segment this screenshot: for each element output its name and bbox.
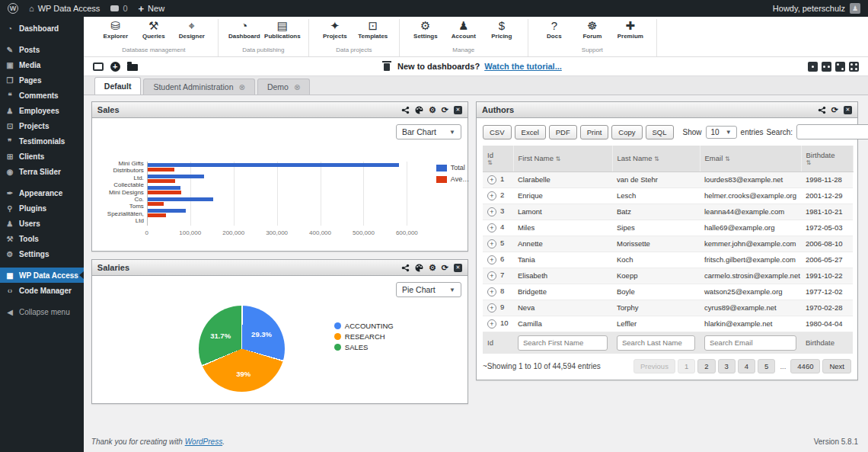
- expand-row-button[interactable]: +: [487, 271, 496, 280]
- column-header-last-name[interactable]: Last Name ⇅: [612, 146, 700, 172]
- new-content-menu[interactable]: + New: [139, 4, 165, 14]
- ribbon-button-pricing[interactable]: $Pricing: [485, 19, 519, 40]
- expand-row-button[interactable]: +: [487, 287, 496, 297]
- sidebar-item-pages[interactable]: ❐Pages: [0, 72, 84, 88]
- sidebar-item-dashboard[interactable]: ◔Dashboard: [0, 21, 84, 36]
- sidebar-item-tools[interactable]: ⚒Tools: [0, 231, 84, 246]
- site-name-menu[interactable]: ⌂ WP Data Access: [29, 4, 100, 13]
- excel-export-button[interactable]: Excel: [515, 125, 546, 139]
- page-button-4460[interactable]: 4460: [790, 359, 820, 373]
- wordpress-logo-icon[interactable]: W: [8, 3, 18, 14]
- new-dashboard-icon[interactable]: [93, 63, 104, 71]
- sidebar-item-testimonials[interactable]: ❞Testimonials: [0, 133, 84, 149]
- sidebar-item-code-manager[interactable]: ‹›Code Manager: [0, 283, 84, 298]
- page-button-4[interactable]: 4: [738, 359, 755, 373]
- sidebar-item-wp-data-access[interactable]: ▦WP Data Access: [0, 268, 84, 283]
- trash-icon[interactable]: [384, 63, 390, 71]
- next-page-button[interactable]: Next: [822, 359, 851, 373]
- ribbon-button-queries[interactable]: ⚒Queries: [137, 19, 171, 40]
- palette-icon[interactable]: [415, 106, 423, 114]
- search-input[interactable]: [796, 124, 868, 139]
- copy-export-button[interactable]: Copy: [611, 125, 642, 139]
- sidebar-item-employees[interactable]: ♟Employees: [0, 103, 84, 118]
- close-panel-icon[interactable]: ✕: [454, 264, 462, 272]
- expand-row-button[interactable]: +: [487, 239, 496, 248]
- column-header-id[interactable]: Id⇅: [483, 146, 513, 172]
- ribbon-button-publications[interactable]: ▤Publications: [266, 19, 299, 40]
- tab-close-icon[interactable]: ⊗: [294, 83, 300, 91]
- last-name-filter-input[interactable]: [617, 335, 695, 351]
- add-panel-icon[interactable]: +: [110, 62, 120, 72]
- expand-row-button[interactable]: +: [487, 255, 496, 264]
- salaries-chart-type-select[interactable]: Pie Chart ▼: [396, 282, 461, 297]
- email-filter-input[interactable]: [704, 335, 796, 351]
- column-header-email[interactable]: Email ⇅: [700, 146, 801, 172]
- sidebar-item-comments[interactable]: ❝Comments: [0, 88, 84, 103]
- expand-row-button[interactable]: +: [487, 223, 496, 232]
- sql-export-button[interactable]: SQL: [646, 125, 674, 139]
- layout-4-panel-icon[interactable]: [849, 62, 859, 72]
- page-button-2[interactable]: 2: [697, 359, 715, 373]
- expand-row-button[interactable]: +: [487, 319, 496, 329]
- ribbon-button-docs[interactable]: ?Docs: [538, 19, 571, 40]
- layout-2-column-icon[interactable]: [822, 62, 831, 72]
- sidebar-item-appearance[interactable]: ✒Appearance: [0, 185, 84, 200]
- ribbon-button-templates[interactable]: ⊡Templates: [356, 19, 390, 40]
- sidebar-item-media[interactable]: ▣Media: [0, 57, 84, 72]
- print-export-button[interactable]: Print: [580, 125, 609, 139]
- ribbon-button-premium[interactable]: ✚Premium: [614, 19, 647, 40]
- tab-default[interactable]: Default: [94, 77, 142, 95]
- wordpress-link[interactable]: WordPress: [185, 438, 222, 446]
- expand-row-button[interactable]: +: [487, 175, 496, 184]
- ribbon-button-settings[interactable]: ⚙Settings: [409, 19, 442, 40]
- refresh-icon[interactable]: ⟳: [442, 106, 448, 114]
- palette-icon[interactable]: [415, 264, 423, 272]
- pdf-export-button[interactable]: PDF: [549, 125, 577, 139]
- refresh-icon[interactable]: ⟳: [831, 106, 838, 114]
- comments-indicator[interactable]: 0: [110, 4, 127, 13]
- first-name-filter-input[interactable]: [518, 335, 608, 351]
- tab-close-icon[interactable]: ⊗: [238, 83, 244, 91]
- sidebar-item-collapse-menu[interactable]: ◀Collapse menu: [0, 304, 84, 319]
- sidebar-item-posts[interactable]: ✎Posts: [0, 42, 84, 57]
- previous-page-button[interactable]: Previous: [633, 359, 675, 373]
- sidebar-item-terra-slider[interactable]: ◉Terra Slider: [0, 164, 84, 179]
- sidebar-item-projects[interactable]: ⊡Projects: [0, 118, 84, 133]
- refresh-icon[interactable]: ⟳: [442, 264, 448, 272]
- page-button-5[interactable]: 5: [758, 359, 775, 373]
- page-length-select[interactable]: 10 ▼: [706, 126, 737, 139]
- page-button-1[interactable]: 1: [678, 359, 695, 373]
- avatar[interactable]: ♟: [850, 3, 860, 14]
- close-panel-icon[interactable]: ✕: [454, 106, 462, 114]
- sidebar-item-users[interactable]: ♟Users: [0, 216, 84, 231]
- gear-icon[interactable]: ⚙: [429, 264, 436, 272]
- tab-student-administration[interactable]: Student Administration⊗: [143, 79, 254, 95]
- ribbon-button-dashboard[interactable]: ◔Dashboard: [228, 19, 261, 40]
- sidebar-item-clients[interactable]: ⊞Clients: [0, 149, 84, 164]
- share-icon[interactable]: [818, 106, 826, 114]
- column-header-first-name[interactable]: First Name ⇅: [513, 146, 612, 172]
- open-dashboard-icon[interactable]: [127, 64, 138, 71]
- sales-chart-type-select[interactable]: Bar Chart ▼: [396, 124, 461, 139]
- share-icon[interactable]: [401, 106, 410, 114]
- expand-row-button[interactable]: +: [487, 207, 496, 216]
- tab-demo[interactable]: Demo⊗: [257, 79, 310, 95]
- column-header-birthdate[interactable]: Birthdate⇅: [801, 146, 853, 172]
- layout-mixed-icon[interactable]: [835, 62, 845, 72]
- share-icon[interactable]: [401, 264, 410, 272]
- ribbon-button-projects[interactable]: ✦Projects: [318, 19, 352, 40]
- close-panel-icon[interactable]: ✕: [844, 106, 852, 114]
- howdy-text[interactable]: Howdy, peterschulz: [773, 4, 845, 13]
- layout-1-column-icon[interactable]: [808, 62, 818, 72]
- ribbon-button-designer[interactable]: ⌖Designer: [175, 19, 209, 40]
- expand-row-button[interactable]: +: [487, 303, 496, 313]
- page-button-3[interactable]: 3: [718, 359, 736, 373]
- sidebar-item-settings[interactable]: ⚙Settings: [0, 246, 84, 261]
- tutorial-link[interactable]: Watch the tutorial...: [484, 62, 562, 71]
- gear-icon[interactable]: ⚙: [429, 106, 436, 114]
- ribbon-button-explorer[interactable]: ⛁Explorer: [99, 19, 132, 40]
- ribbon-button-forum[interactable]: ☸Forum: [576, 19, 609, 40]
- sidebar-item-plugins[interactable]: ⚲Plugins: [0, 200, 84, 216]
- csv-export-button[interactable]: CSV: [483, 125, 512, 139]
- ribbon-button-account[interactable]: ♟Account: [447, 19, 480, 40]
